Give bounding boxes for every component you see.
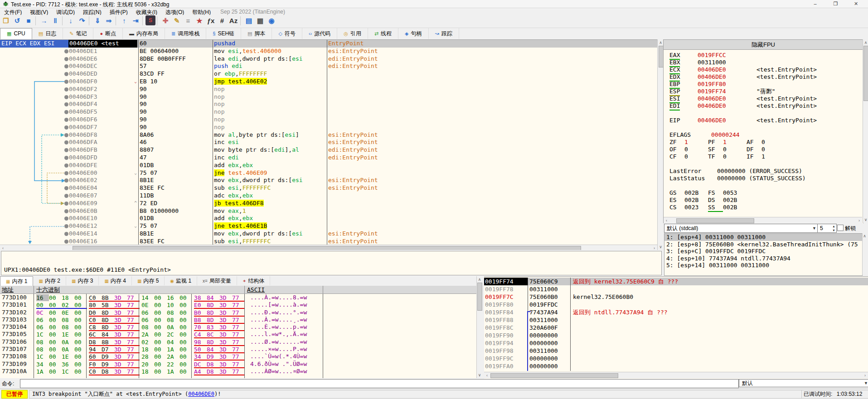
breakpoint-dot[interactable] [64,178,68,183]
breakpoint-dot[interactable] [64,156,68,160]
dump-row[interactable]: 773D10100000200805B3D770E001000E08D3D77.… [0,301,476,308]
az-icon[interactable]: Az [228,15,239,26]
disasm-row[interactable]: 00406DF590nop [0,108,657,116]
step-over-icon[interactable]: ↷ [77,15,87,26]
register-value[interactable]: 0053 [723,189,747,197]
register-value[interactable]: 00406DE0 [698,66,726,73]
dump-hex-header[interactable]: 十六进制 [36,286,60,293]
register-value[interactable]: 0019FFCC [698,52,726,59]
stop-icon[interactable]: ■ [23,15,34,26]
stack-row[interactable]: 0019FF9C00000000 [484,355,868,362]
dump-tab-内存 5[interactable]: ▦内存 5 [132,276,165,285]
breakpoint-dot[interactable] [64,87,68,91]
breakpoint-dot[interactable] [64,216,68,221]
argument-item[interactable]: 1: [esp+4] 00311000 00311000 [664,234,862,241]
argument-item[interactable]: 4: [esp+10] 77437A94 ntdll.77437A94 [664,255,862,262]
register-value[interactable]: 00000000 (STATUS_SUCCESS) [717,175,806,182]
dump-row[interactable]: 773D10406000800C88D3D7708000A0070833D77.… [0,323,476,331]
tab-符号[interactable]: ◇符号 [272,28,302,39]
trace-over-icon[interactable]: ⇒ [103,15,114,26]
stack-row[interactable]: 0019FFA000000000 [484,362,868,370]
dump-row[interactable]: 773D1051C001E006C843D772A002C00C48C3D77.… [0,331,476,338]
dump-tab-内存 1[interactable]: ▦内存 1 [0,276,33,286]
tab-引用[interactable]: ◎引用 [337,28,368,39]
command-script-select[interactable]: 默认 ▼ [739,379,868,387]
breakpoint-dot[interactable] [64,125,68,130]
stack-row[interactable]: 0019FF7800311000 [484,285,868,293]
breakpoint-dot[interactable] [64,163,68,168]
tab-日志[interactable]: ▤日志 [32,28,63,39]
tab-源代码[interactable]: ‹›源代码 [302,28,337,39]
register-value[interactable]: 0 [761,139,785,146]
disasm-row[interactable]: EIP ECX EDX ESI00406DE0 <test60pushadEnt… [0,40,657,48]
breakpoint-dot[interactable] [64,102,68,106]
disasm-row[interactable]: 00406E1001DBadd ebx,ebx [0,215,657,222]
disasm-row[interactable]: 00406DFB8807mov byte ptr ds:[edi],aledi:… [0,146,657,154]
minimize-button[interactable]: – [805,0,825,8]
stack-row[interactable]: 0019FF9400000000 [484,339,868,347]
comments-icon[interactable]: ✎ [171,15,182,26]
stack-row[interactable]: 0019FF7475E060C9返回到 kernel32.75E060C9 自 … [484,278,868,285]
tab-跟踪[interactable]: ↝跟踪 [429,28,459,39]
tab-句柄[interactable]: ◈句柄 [398,28,428,39]
disasm-row[interactable]: 00406E00⌄75 07jne test.406E09 [0,169,657,177]
disasm-row[interactable]: 00406E148B1Emov ebx,dword ptr ds:[esiesi… [0,230,657,238]
dump-tab-内存 2[interactable]: ▦内存 2 [33,276,66,285]
stack-row[interactable]: 0019FF8477437A94返回到 ntdll.77437A94 自 ??? [484,308,868,316]
breakpoint-dot[interactable] [64,95,68,99]
run-to-user-icon[interactable]: ⇥ [130,15,141,26]
register-value[interactable]: 0023 [684,204,708,211]
disasm-row[interactable]: 00406E0BB8 01000000mov eax,1 [0,207,657,215]
disasm-row[interactable]: 00406E0483EE FCsub esi,FFFFFFFCesi:Entry… [0,184,657,192]
stack-row[interactable]: 0019FF800019FFDC [484,301,868,308]
breakpoint-dot[interactable] [64,80,68,84]
tab-笔记[interactable]: ✎笔记 [63,28,93,39]
open-file-icon[interactable]: ❒ [0,15,11,26]
register-value[interactable]: 00311000 [698,59,726,66]
patches-icon[interactable]: ✚ [160,15,171,26]
disasm-row[interactable]: 00406E1683EE FCsub esi,FFFFFFFCesi:Entry… [0,238,657,245]
run-icon[interactable]: → [39,15,49,26]
disasm-row[interactable]: 00406E028B1Emov ebx,dword ptr ds:[esiesi… [0,177,657,184]
stack-row[interactable]: 0019FF9800311000 [484,347,868,355]
register-value[interactable]: 1 [761,153,785,160]
stack-row[interactable]: 0019FF7C75E060B0kernel32.75E060B0 [484,293,868,301]
register-value[interactable]: 0 [684,153,708,160]
breakpoint-dot[interactable] [64,202,68,206]
register-value[interactable]: 1 [684,139,708,146]
register-value[interactable]: 002B [684,189,708,197]
register-value[interactable]: 0 [761,146,785,153]
calculator-icon[interactable]: ▦ [255,15,266,26]
arguments-vscrollbar[interactable]: ∧ [862,233,868,275]
tab-SEH链[interactable]: §SEH链 [206,28,241,39]
hide-fpu-button[interactable]: 隐藏FPU [664,40,863,50]
restart-icon[interactable]: ↺ [12,15,23,26]
breakpoint-dot[interactable] [64,240,68,244]
disasm-row[interactable]: 00406E0711DBadc ebx,ebx [0,192,657,200]
argument-item[interactable]: 2: [esp+8] 75E060B0 <kernel32.BaseThread… [664,241,862,248]
register-value[interactable]: 00000000 (ERROR_SUCCESS) [717,168,802,175]
register-value[interactable]: 0 [723,153,747,160]
disasm-row[interactable]: 00406DE68DBE 00B0FFFFlea edi,dword ptr d… [0,55,657,63]
register-value[interactable]: 00406DE0 [698,95,726,102]
dump-row[interactable]: 773D10306000800C08D3D7706000800B88D3D77.… [0,316,476,323]
breakpoint-dot[interactable] [64,49,68,53]
close-button[interactable]: ✕ [846,0,866,8]
breakpoint-dot[interactable] [64,186,68,190]
tab-脚本[interactable]: ▤脚本 [241,28,272,39]
disasm-row[interactable]: 00406DFE01DBadd ebx,ebx [0,162,657,169]
restore-button[interactable]: ❐ [825,0,846,8]
register-value[interactable]: 1 [723,139,747,146]
pause-icon[interactable]: ‖ [50,15,61,26]
unlock-checkbox[interactable]: 解锁 [837,225,856,232]
fx-icon[interactable]: ƒx [205,15,216,26]
breakpoint-dot[interactable] [64,232,68,236]
breakpoint-dot[interactable] [64,194,68,198]
disasm-row[interactable]: 00406DF0⌄EB 10jmp test.406E02 [0,78,657,86]
disasm-row[interactable]: 00406E09^72 EDjb test.406DF8 [0,200,657,207]
register-value[interactable]: 002B [723,204,747,211]
disasm-row[interactable]: 00406DF690nop [0,116,657,124]
command-input[interactable] [20,379,739,388]
arg-depth-spinner[interactable]: 5 ▲▼ [817,224,837,233]
dump-tab-结构体[interactable]: ✦结构体 [237,276,270,285]
